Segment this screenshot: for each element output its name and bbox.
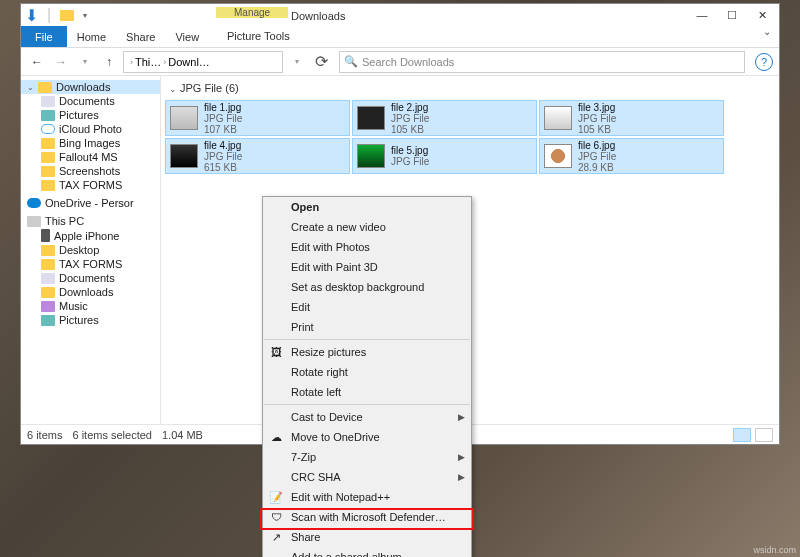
sidebar-item-thispc[interactable]: This PC (21, 214, 160, 228)
folder-icon (41, 245, 55, 256)
file-size: 105 KB (578, 124, 616, 135)
sidebar-item[interactable]: TAX FORMS (21, 257, 160, 271)
group-header[interactable]: ⌄JPG File (6) (161, 76, 779, 100)
file-thumbnail (170, 144, 198, 168)
sidebar-item[interactable]: Documents (21, 271, 160, 285)
context-menu-item[interactable]: 7-Zip▶ (263, 447, 471, 467)
sidebar-label: Bing Images (59, 137, 120, 149)
sidebar-item[interactable]: Downloads (21, 285, 160, 299)
navigation-pane[interactable]: ⌄ DownloadsDocumentsPicturesiCloud Photo… (21, 76, 161, 424)
chevron-down-icon: ⌄ (169, 84, 177, 94)
file-type: JPG File (391, 156, 429, 167)
status-size: 1.04 MB (162, 429, 203, 441)
music-icon (41, 301, 55, 312)
sidebar-item-onedrive[interactable]: OneDrive - Persor (21, 196, 160, 210)
sidebar-item[interactable]: Fallout4 MS (21, 150, 160, 164)
recent-dropdown-icon[interactable]: ▾ (75, 52, 95, 72)
breadcrumb-segment[interactable]: Downl… (168, 56, 210, 68)
context-menu-item[interactable]: Set as desktop background (263, 277, 471, 297)
sidebar-item[interactable]: Apple iPhone (21, 228, 160, 243)
help-button[interactable]: ? (755, 53, 773, 71)
search-input[interactable]: 🔍 Search Downloads (339, 51, 745, 73)
sidebar-item[interactable]: Pictures (21, 108, 160, 122)
sidebar-label: Documents (59, 95, 115, 107)
sidebar-item[interactable]: Music (21, 299, 160, 313)
view-details-button[interactable] (733, 428, 751, 442)
context-menu-item[interactable]: Rotate left (263, 382, 471, 402)
file-item[interactable]: file 5.jpgJPG File (352, 138, 537, 174)
minimize-button[interactable]: — (687, 5, 717, 25)
file-size: 615 KB (204, 162, 242, 173)
file-size: 107 KB (204, 124, 242, 135)
context-menu-item[interactable]: Add to a shared album (263, 547, 471, 557)
file-name: file 3.jpg (578, 102, 616, 113)
sidebar-item[interactable]: Screenshots (21, 164, 160, 178)
menu-label: Edit (291, 301, 310, 313)
menu-label: Open (291, 201, 319, 213)
context-menu-item[interactable]: Edit (263, 297, 471, 317)
context-menu-item[interactable]: ☁Move to OneDrive (263, 427, 471, 447)
back-button[interactable]: ← (27, 52, 47, 72)
menu-label: 7-Zip (291, 451, 316, 463)
close-button[interactable]: ✕ (747, 5, 777, 25)
sidebar-label: Documents (59, 272, 115, 284)
menu-icon: 🖼 (268, 344, 284, 360)
file-tab[interactable]: File (21, 26, 67, 47)
sidebar-label: Screenshots (59, 165, 120, 177)
refresh-button[interactable]: ⟳ (311, 52, 331, 72)
tab-home[interactable]: Home (67, 26, 116, 47)
tab-view[interactable]: View (165, 26, 209, 47)
context-menu-item[interactable]: CRC SHA▶ (263, 467, 471, 487)
file-item[interactable]: file 3.jpgJPG File105 KB (539, 100, 724, 136)
context-menu-item[interactable]: Cast to Device▶ (263, 407, 471, 427)
file-type: JPG File (204, 113, 242, 124)
file-item[interactable]: file 6.jpgJPG File28.9 KB (539, 138, 724, 174)
context-menu-item[interactable]: Print (263, 317, 471, 337)
sidebar-label: Fallout4 MS (59, 151, 118, 163)
sidebar-item[interactable]: Desktop (21, 243, 160, 257)
folder-icon[interactable] (59, 7, 75, 23)
sidebar-item[interactable]: TAX FORMS (21, 178, 160, 192)
context-menu-item[interactable]: Open (263, 197, 471, 217)
sidebar-item[interactable]: ⌄ Downloads (21, 80, 160, 94)
ribbon-expand-icon[interactable]: ⌄ (755, 26, 779, 47)
folder-icon (38, 82, 52, 93)
pic-icon (41, 110, 55, 121)
up-button[interactable]: ↑ (99, 52, 119, 72)
view-large-button[interactable] (755, 428, 773, 442)
sidebar-item[interactable]: iCloud Photo (21, 122, 160, 136)
context-menu-item[interactable]: Edit with Paint 3D (263, 257, 471, 277)
maximize-button[interactable]: ☐ (717, 5, 747, 25)
tab-picture-tools[interactable]: Picture Tools (219, 30, 298, 42)
quick-access-toolbar: ⬇ | ▾ (23, 7, 93, 23)
context-menu-item[interactable]: Create a new video (263, 217, 471, 237)
menu-icon: ↗ (268, 529, 284, 545)
menu-label: Set as desktop background (291, 281, 424, 293)
menu-label: Cast to Device (291, 411, 363, 423)
context-menu-item[interactable]: Edit with Photos (263, 237, 471, 257)
file-item[interactable]: file 2.jpgJPG File105 KB (352, 100, 537, 136)
breadcrumb[interactable]: › Thi… › Downl… (123, 51, 283, 73)
sidebar-item[interactable]: Bing Images (21, 136, 160, 150)
context-menu-item[interactable]: Rotate right (263, 362, 471, 382)
file-type: JPG File (578, 151, 616, 162)
file-list: file 1.jpgJPG File107 KBfile 2.jpgJPG Fi… (161, 100, 779, 174)
context-menu-item[interactable]: 📝Edit with Notepad++ (263, 487, 471, 507)
menu-label: Share (291, 531, 320, 543)
file-item[interactable]: file 4.jpgJPG File615 KB (165, 138, 350, 174)
sidebar-item[interactable]: Pictures (21, 313, 160, 327)
context-menu-item[interactable]: ↗Share (263, 527, 471, 547)
breadcrumb-dropdown-icon[interactable]: ▾ (287, 52, 307, 72)
forward-button[interactable]: → (51, 52, 71, 72)
sidebar-item[interactable]: Documents (21, 94, 160, 108)
context-menu-item[interactable]: 🖼Resize pictures (263, 342, 471, 362)
menu-label: Rotate right (291, 366, 348, 378)
breadcrumb-segment[interactable]: Thi… (135, 56, 161, 68)
down-arrow-icon[interactable]: ⬇ (23, 7, 39, 23)
file-item[interactable]: file 1.jpgJPG File107 KB (165, 100, 350, 136)
context-menu-item[interactable]: 🛡Scan with Microsoft Defender… (263, 507, 471, 527)
qat-dropdown-icon[interactable]: ▾ (77, 7, 93, 23)
pc-icon (27, 216, 41, 227)
chevron-right-icon: ▶ (458, 472, 465, 482)
tab-share[interactable]: Share (116, 26, 165, 47)
